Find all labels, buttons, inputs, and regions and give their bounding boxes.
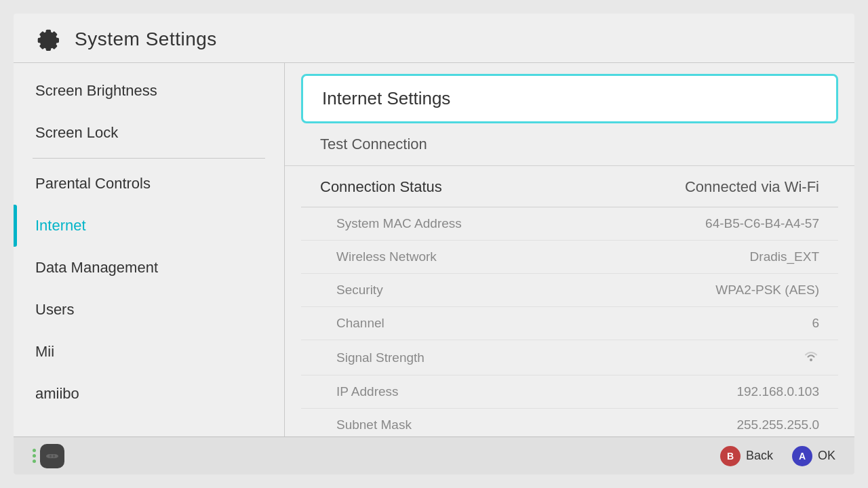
mac-value: 64-B5-C6-B4-A4-57 (705, 216, 819, 231)
joycon-dots (33, 449, 36, 463)
subnet-value: 255.255.255.0 (736, 418, 819, 432)
ok-label: OK (818, 449, 835, 463)
wifi-signal-icon (803, 349, 819, 366)
svg-rect-1 (50, 455, 52, 458)
test-connection-label: Test Connection (320, 136, 427, 152)
sidebar-item-users[interactable]: Users (14, 289, 284, 331)
sidebar-item-internet[interactable]: Internet (14, 205, 284, 247)
joycon-icon (33, 444, 64, 468)
bottom-right: B Back A OK (720, 446, 835, 466)
connection-status-label: Connection Status (320, 178, 442, 196)
sidebar-item-screen-lock[interactable]: Screen Lock (14, 112, 284, 154)
detail-row-network: Wireless Network Dradis_EXT (301, 241, 838, 274)
back-label: Back (746, 449, 773, 463)
detail-row-mac: System MAC Address 64-B5-C6-B4-A4-57 (301, 207, 838, 241)
bottom-bar: B Back A OK (14, 436, 854, 474)
detail-row-subnet: Subnet Mask 255.255.255.0 (301, 409, 838, 436)
sidebar-divider-1 (33, 158, 265, 159)
security-label: Security (336, 283, 383, 298)
security-value: WPA2-PSK (AES) (715, 283, 819, 298)
joycon-dot-2 (33, 454, 36, 458)
connection-status-header: Connection Status Connected via Wi-Fi (301, 166, 838, 207)
sidebar-item-screen-brightness[interactable]: Screen Brightness (14, 70, 284, 112)
joycon-dot-3 (33, 460, 36, 463)
header: System Settings (14, 14, 854, 63)
main-content: Screen Brightness Screen Lock Parental C… (14, 63, 854, 436)
network-label: Wireless Network (336, 249, 437, 264)
app-window: System Settings Screen Brightness Screen… (14, 14, 854, 474)
detail-row-security: Security WPA2-PSK (AES) (301, 274, 838, 307)
detail-row-channel: Channel 6 (301, 307, 838, 340)
channel-value: 6 (812, 316, 819, 331)
test-connection-item[interactable]: Test Connection (285, 123, 854, 166)
b-button-label: B (727, 451, 734, 462)
ok-button[interactable]: A OK (792, 446, 835, 466)
bottom-left (33, 444, 64, 468)
svg-rect-0 (46, 454, 58, 458)
connection-status-section: Connection Status Connected via Wi-Fi Sy… (285, 166, 854, 436)
joycon-body (40, 444, 64, 468)
a-button-label: A (799, 451, 806, 462)
sidebar-item-amiibo[interactable]: amiibo (14, 373, 284, 415)
channel-label: Channel (336, 316, 384, 331)
a-button-circle: A (792, 446, 812, 466)
ip-value: 192.168.0.103 (736, 384, 819, 399)
ip-label: IP Address (336, 384, 399, 399)
connection-status-value: Connected via Wi-Fi (685, 178, 819, 196)
detail-row-signal: Signal Strength (301, 340, 838, 375)
signal-label: Signal Strength (336, 350, 425, 365)
detail-row-ip: IP Address 192.168.0.103 (301, 375, 838, 409)
sidebar-item-mii[interactable]: Mii (14, 331, 284, 373)
internet-settings-item[interactable]: Internet Settings (301, 74, 838, 123)
mac-label: System MAC Address (336, 216, 462, 231)
sidebar-item-parental-controls[interactable]: Parental Controls (14, 163, 284, 205)
svg-rect-2 (53, 455, 55, 458)
subnet-label: Subnet Mask (336, 418, 412, 432)
content-panel: Internet Settings Test Connection Connec… (285, 63, 854, 436)
joycon-dot-1 (33, 449, 36, 452)
back-button[interactable]: B Back (720, 446, 773, 466)
b-button-circle: B (720, 446, 741, 466)
internet-settings-label: Internet Settings (322, 88, 450, 108)
sidebar: Screen Brightness Screen Lock Parental C… (14, 63, 285, 436)
page-title: System Settings (75, 28, 217, 50)
network-value: Dradis_EXT (750, 249, 819, 264)
gear-icon (35, 24, 65, 54)
sidebar-item-data-management[interactable]: Data Management (14, 247, 284, 289)
